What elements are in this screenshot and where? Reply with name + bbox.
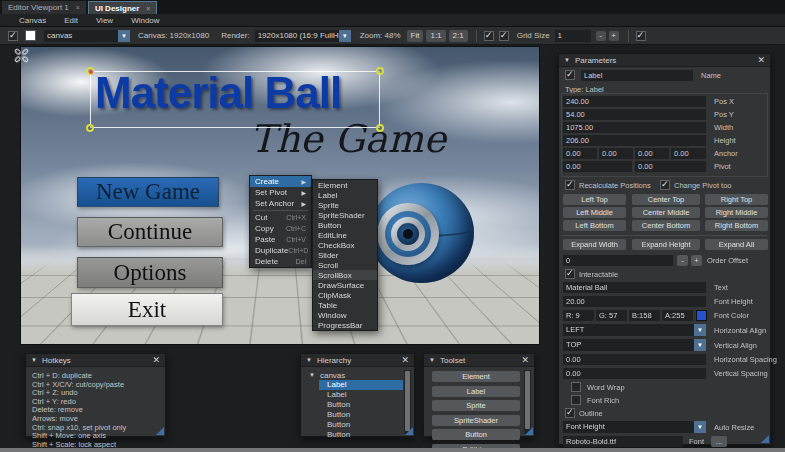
align-right-middle-button[interactable]: Right Middle	[705, 207, 768, 218]
collapse-arrow-icon[interactable]: ▼	[429, 357, 435, 363]
resize-handle[interactable]	[525, 427, 533, 435]
ratio-2-1-button[interactable]: 2:1	[449, 30, 468, 42]
outline-checkbox[interactable]: ✓	[565, 408, 575, 418]
grid-checkbox[interactable]: ✓	[499, 31, 509, 41]
preview-checkbox[interactable]: ✓	[636, 31, 646, 41]
tree-node-canvas[interactable]: ▼ canvas	[301, 370, 414, 380]
toolset-button-button[interactable]: Button	[432, 429, 520, 440]
chevron-down-icon[interactable]: ▼	[694, 421, 706, 433]
scrollbar[interactable]	[404, 370, 411, 434]
render-select[interactable]: 1920x1080 (16:9 FullHD) ▼	[255, 30, 351, 42]
font-browse-button[interactable]: ...	[711, 436, 727, 447]
anchor-field[interactable]: 0.00	[599, 148, 633, 159]
selection-handle-icon[interactable]	[86, 67, 94, 75]
collapse-arrow-icon[interactable]: ▼	[309, 372, 315, 378]
submenu-item-checkbox[interactable]: CheckBox	[313, 240, 377, 250]
anchor-field[interactable]: 0.00	[563, 148, 597, 159]
menu-canvas[interactable]: Canvas	[10, 16, 55, 25]
recalculate-checkbox[interactable]: ✓	[565, 180, 575, 190]
toolset-button-label[interactable]: Label	[432, 386, 520, 397]
submenu-item-window[interactable]: Window	[313, 310, 377, 320]
panel-header[interactable]: ▼ Parameters ✕	[559, 54, 770, 67]
scrollbar-thumb[interactable]	[405, 371, 410, 431]
menu-window[interactable]: Window	[122, 16, 168, 25]
color-r-field[interactable]: R: 9	[563, 310, 594, 321]
game-button-new-game[interactable]: New Game	[77, 177, 219, 207]
panel-header[interactable]: ▼ Toolset ✕	[424, 354, 534, 367]
scrollbar-thumb[interactable]	[525, 371, 530, 429]
color-g-field[interactable]: G: 57	[596, 310, 627, 321]
align-left-top-button[interactable]: Left Top	[563, 194, 626, 205]
submenu-item-element[interactable]: Element	[313, 180, 377, 190]
close-icon[interactable]: ×	[146, 5, 150, 12]
height-field[interactable]: 206.00	[563, 135, 706, 146]
submenu-item-drawsurface[interactable]: DrawSurface	[313, 280, 377, 290]
submenu-item-button[interactable]: Button	[313, 220, 377, 230]
interactable-checkbox[interactable]: ✓	[565, 269, 575, 279]
collapse-arrow-icon[interactable]: ▼	[31, 357, 37, 363]
submenu-item-scrollbox[interactable]: ScrollBox	[313, 270, 377, 280]
text-field[interactable]: Material Ball	[563, 282, 706, 293]
selection-handle-icon[interactable]	[376, 124, 384, 132]
font-height-field[interactable]: 20.00	[563, 296, 706, 307]
horizontal-spacing-field[interactable]: 0.00	[563, 354, 706, 365]
menu-view[interactable]: View	[87, 16, 122, 25]
vertical-align-select[interactable]: TOP ▼	[563, 339, 706, 351]
resize-handle[interactable]	[405, 427, 413, 435]
canvas-select[interactable]: canvas ▼	[44, 30, 130, 42]
anchor-field[interactable]: 0.00	[671, 148, 706, 159]
selection-handle-icon[interactable]	[376, 67, 384, 75]
tree-node-button[interactable]: Button	[319, 420, 403, 430]
context-menu-item-copy[interactable]: CopyCtrl+C	[250, 223, 311, 234]
context-menu-item-cut[interactable]: CutCtrl+X	[250, 212, 311, 223]
font-file-field[interactable]: Roboto-Bold.ttf	[563, 436, 683, 447]
align-center-bottom-button[interactable]: Center Bottom	[632, 220, 700, 231]
name-enabled-checkbox[interactable]: ✓	[565, 70, 575, 80]
submenu-item-slider[interactable]: Slider	[313, 250, 377, 260]
chevron-down-icon[interactable]: ▼	[339, 30, 351, 42]
submenu-item-progressbar[interactable]: ProgressBar	[313, 320, 377, 330]
color-a-field[interactable]: A:255	[662, 310, 693, 321]
scrollbar[interactable]	[524, 370, 531, 434]
collapse-arrow-icon[interactable]: ▼	[564, 57, 570, 63]
align-left-middle-button[interactable]: Left Middle	[563, 207, 626, 218]
align-center-middle-button[interactable]: Center Middle	[632, 207, 700, 218]
tab-ui-designer[interactable]: UI Designer ×	[88, 1, 158, 14]
panel-header[interactable]: ▼ Hotkeys ✕	[26, 354, 165, 367]
fit-button[interactable]: Fit	[407, 30, 424, 42]
name-field[interactable]: Label	[581, 70, 693, 81]
toolset-button-sprite[interactable]: Sprite	[432, 400, 520, 411]
submenu-item-table[interactable]: Table	[313, 300, 377, 310]
context-menu-item-paste[interactable]: PasteCtrl+V	[250, 234, 311, 245]
color-b-field[interactable]: B:158	[629, 310, 660, 321]
selection-rect[interactable]	[90, 71, 380, 128]
auto-resize-select[interactable]: Font Height ▼	[563, 421, 706, 433]
chevron-down-icon[interactable]: ▼	[694, 324, 706, 336]
pivot-field[interactable]: 0.00	[635, 161, 706, 172]
context-menu-item-delete[interactable]: DeleteDel	[250, 256, 311, 267]
submenu-item-sprite[interactable]: Sprite	[313, 200, 377, 210]
canvas-color-swatch[interactable]	[25, 30, 36, 41]
expand-width-button[interactable]: Expand Width	[563, 239, 626, 250]
submenu-item-editline[interactable]: EditLine	[313, 230, 377, 240]
horizontal-align-select[interactable]: LEFT ▼	[563, 324, 706, 336]
panel-header[interactable]: ▼ Hierarchy ✕	[301, 354, 414, 367]
grid-size-plus-button[interactable]: +	[609, 31, 619, 41]
change-pivot-checkbox[interactable]: ✓	[660, 180, 670, 190]
submenu-item-scroll[interactable]: Scroll	[313, 260, 377, 270]
canvas-viewport[interactable]: Material Ball The Game New Game Continue…	[20, 46, 540, 345]
context-menu-item-set-pivot[interactable]: Set Pivot▶	[250, 187, 311, 198]
context-menu-item-create[interactable]: Create▶	[250, 176, 311, 187]
collapse-arrow-icon[interactable]: ▼	[306, 357, 312, 363]
resize-handle[interactable]	[156, 427, 164, 435]
menu-edit[interactable]: Edit	[55, 16, 87, 25]
close-icon[interactable]: ✕	[152, 355, 160, 365]
expand-height-button[interactable]: Expand Height	[632, 239, 700, 250]
align-left-bottom-button[interactable]: Left Bottom	[563, 220, 626, 231]
context-menu-item-set-anchor[interactable]: Set Anchor▶	[250, 198, 311, 209]
tree-node-button[interactable]: Button	[319, 400, 403, 410]
pos-y-field[interactable]: 54.00	[563, 109, 706, 120]
width-field[interactable]: 1075.00	[563, 122, 706, 133]
align-right-bottom-button[interactable]: Right Bottom	[705, 220, 768, 231]
tree-node-label-selected[interactable]: Label	[319, 380, 403, 390]
